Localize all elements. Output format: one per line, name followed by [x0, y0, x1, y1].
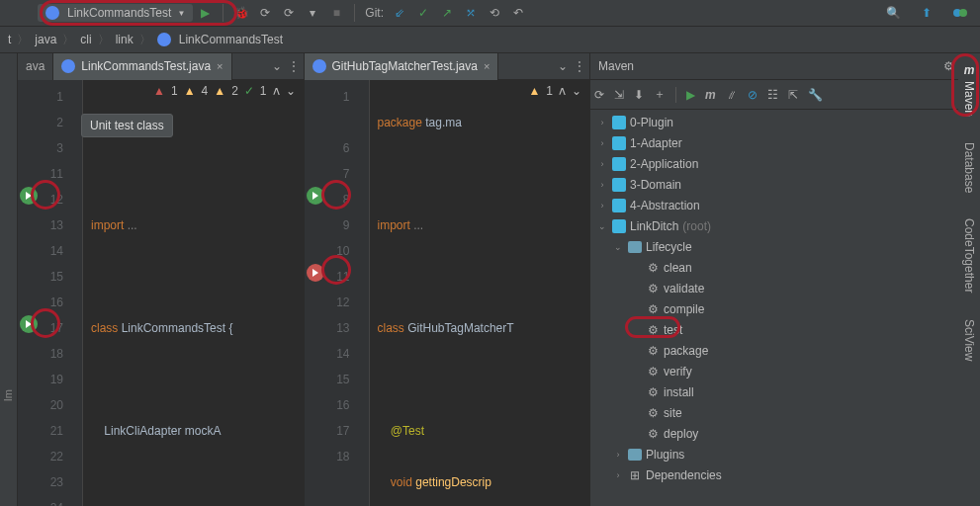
debug-icon[interactable]: 🐞 — [233, 5, 249, 21]
breadcrumb-segment[interactable]: link — [116, 33, 134, 46]
reload-icon[interactable]: ⟳ — [594, 88, 604, 102]
gear-icon: ⚙ — [646, 406, 660, 420]
tree-label: package — [664, 344, 708, 358]
maven-tree-node[interactable]: ›2-Application — [590, 153, 980, 174]
chevron-down-icon: ▼ — [177, 9, 185, 18]
maven-tree-node[interactable]: ⌄Lifecycle — [590, 236, 980, 257]
side-tab-maven[interactable]: mMaven — [962, 59, 976, 121]
maven-tree-node[interactable]: ›4-Abstraction — [590, 195, 980, 215]
run-class-gutter-icon[interactable] — [20, 187, 38, 205]
coverage-icon[interactable]: ⟳ — [257, 5, 273, 21]
run-test-gutter-icon[interactable] — [20, 315, 38, 333]
gutter-left[interactable]: 1 2 3 11 12 13 14 15 16 17 18 19 20 21 2… — [18, 80, 69, 506]
breadcrumb-segment[interactable]: t — [8, 33, 11, 46]
collapse-icon[interactable]: ⇱ — [788, 88, 798, 102]
generate-sources-icon[interactable]: ⇲ — [614, 88, 624, 102]
run-test-failed-gutter-icon[interactable] — [307, 264, 324, 282]
editor-body-right[interactable]: ▲1 ʌ⌄ 1 6 7 8 9 10 11 12 13 14 15 16 17 … — [305, 80, 590, 506]
cwm-icon[interactable] — [952, 5, 968, 21]
breadcrumb: t〉 java〉 cli〉 link〉 LinkCommandsTest — [0, 27, 980, 53]
maven-tree-node[interactable]: ⌄LinkDitch (root) — [590, 215, 980, 236]
git-rollback-icon[interactable]: ↶ — [510, 5, 526, 21]
tab-githubtagmatcher[interactable]: GitHubTagMatcherTest.java × — [305, 53, 499, 80]
mod-icon — [612, 157, 626, 171]
gear-icon: ⚙ — [646, 385, 660, 399]
tab-menu-icon[interactable]: ⋮ — [288, 59, 300, 73]
maven-tree-node[interactable]: ⚙deploy — [590, 423, 980, 444]
maven-tree-node[interactable]: ›3-Domain — [590, 174, 980, 195]
tree-label: 3-Domain — [630, 178, 681, 192]
run-icon[interactable]: ▶ — [197, 5, 213, 21]
class-icon — [157, 33, 171, 46]
breadcrumb-segment[interactable]: java — [35, 33, 56, 46]
side-tab-sciview[interactable]: SciView — [962, 315, 976, 365]
close-icon[interactable]: × — [217, 60, 223, 72]
tooltip-unit-test: Unit test class — [81, 114, 173, 137]
maven-tree-node[interactable]: ⚙compile — [590, 298, 980, 319]
close-icon[interactable]: × — [484, 60, 490, 72]
structure-tab[interactable]: Im — [2, 389, 14, 401]
maven-panel: Maven ⚙ — ⟳ ⇲ ⬇ ＋ ▶ m ⫽ ⊘ ☷ ⇱ 🔧 ›0-Plugi… — [589, 53, 980, 506]
tab-menu-icon[interactable]: ⋮ — [574, 59, 585, 73]
tab-more-icon[interactable]: ⌄ — [272, 59, 282, 73]
maven-settings-icon[interactable]: 🔧 — [808, 88, 823, 102]
toggle-offline-icon[interactable]: ⫽ — [726, 88, 738, 102]
sync-icon[interactable]: ⬆ — [919, 5, 935, 21]
folder-icon — [628, 240, 642, 254]
run-config-selector[interactable]: LinkCommandsTest ▼ — [38, 4, 193, 22]
gear-icon[interactable]: ⚙ — [943, 59, 954, 73]
tab-more-icon[interactable]: ⌄ — [558, 59, 568, 73]
maven-tree-node[interactable]: ⚙package — [590, 340, 980, 361]
maven-tree-node[interactable]: ›0-Plugin — [590, 112, 980, 132]
git-commit-icon[interactable]: ✓ — [415, 5, 431, 21]
maven-m-icon[interactable]: m — [705, 88, 716, 102]
tab-label: GitHubTagMatcherTest.java — [332, 59, 478, 73]
git-update-icon[interactable]: ⇙ — [392, 5, 407, 21]
maven-tree-node[interactable]: ›1-Adapter — [590, 132, 980, 153]
maven-tree-node[interactable]: ›⊞Dependencies — [590, 464, 980, 485]
side-tab-codetogether[interactable]: CodeTogether — [962, 214, 976, 296]
editor-body-left[interactable]: ▲1 ▲4 ▲2 ✓1 ʌ⌄ Unit test class 1 2 3 11 … — [18, 80, 304, 506]
maven-tree[interactable]: ›0-Plugin›1-Adapter›2-Application›3-Doma… — [590, 110, 980, 506]
breadcrumb-segment[interactable]: cli — [80, 33, 91, 46]
code-area-right[interactable]: package tag.ma import ... class GitHubTa… — [370, 80, 590, 506]
maven-tree-node[interactable]: ⚙site — [590, 402, 980, 423]
inspection-widget[interactable]: ▲1 ʌ⌄ — [528, 84, 581, 98]
toggle-skip-tests-icon[interactable]: ⊘ — [748, 88, 757, 102]
attach-icon[interactable]: ▾ — [305, 5, 320, 21]
code-area-left[interactable]: import ... class LinkCommandsTest { Link… — [83, 80, 304, 506]
maven-tree-node[interactable]: ⚙install — [590, 381, 980, 402]
gear-icon: ⚙ — [646, 302, 660, 316]
tab-java-inactive[interactable]: ava — [18, 53, 53, 80]
search-icon[interactable]: 🔍 — [885, 5, 901, 21]
inspection-widget[interactable]: ▲1 ▲4 ▲2 ✓1 ʌ⌄ — [153, 84, 295, 98]
dep-icon: ⊞ — [628, 468, 642, 482]
add-icon[interactable]: ＋ — [654, 86, 666, 103]
test-class-icon — [45, 6, 59, 20]
maven-tree-node[interactable]: ⚙verify — [590, 361, 980, 381]
run-maven-icon[interactable]: ▶ — [686, 88, 695, 102]
maven-tree-node[interactable]: ⚙validate — [590, 278, 980, 298]
maven-tree-node[interactable]: ›Plugins — [590, 444, 980, 464]
gear-icon: ⚙ — [646, 365, 660, 379]
git-push-icon[interactable]: ↗ — [439, 5, 455, 21]
tab-linkcommandstest[interactable]: LinkCommandsTest.java × — [53, 53, 231, 80]
class-icon — [312, 59, 326, 73]
show-deps-icon[interactable]: ☷ — [767, 88, 778, 102]
left-tool-strip: Im — [0, 53, 18, 506]
download-sources-icon[interactable]: ⬇ — [634, 88, 644, 102]
editor-tabs-right: GitHubTagMatcherTest.java × ⌄ ⋮ — [305, 53, 590, 80]
run-class-gutter-icon[interactable] — [307, 187, 324, 205]
maven-tree-node[interactable]: ⚙clean — [590, 257, 980, 278]
maven-tree-node[interactable]: ⚙test — [590, 319, 980, 340]
git-label: Git: — [365, 6, 384, 20]
side-tab-database[interactable]: Database — [962, 138, 976, 197]
gear-icon: ⚙ — [646, 344, 660, 358]
right-tool-strip: mMaven Database CodeTogether SciView — [958, 53, 980, 365]
profile-icon[interactable]: ⟳ — [281, 5, 297, 21]
git-show-history-icon[interactable]: ⤱ — [463, 5, 479, 21]
git-history-icon[interactable]: ⟲ — [487, 5, 502, 21]
stop-icon[interactable]: ■ — [328, 5, 344, 21]
breadcrumb-segment[interactable]: LinkCommandsTest — [179, 33, 283, 46]
gutter-right[interactable]: 1 6 7 8 9 10 11 12 13 14 15 16 17 18 — [305, 80, 356, 506]
